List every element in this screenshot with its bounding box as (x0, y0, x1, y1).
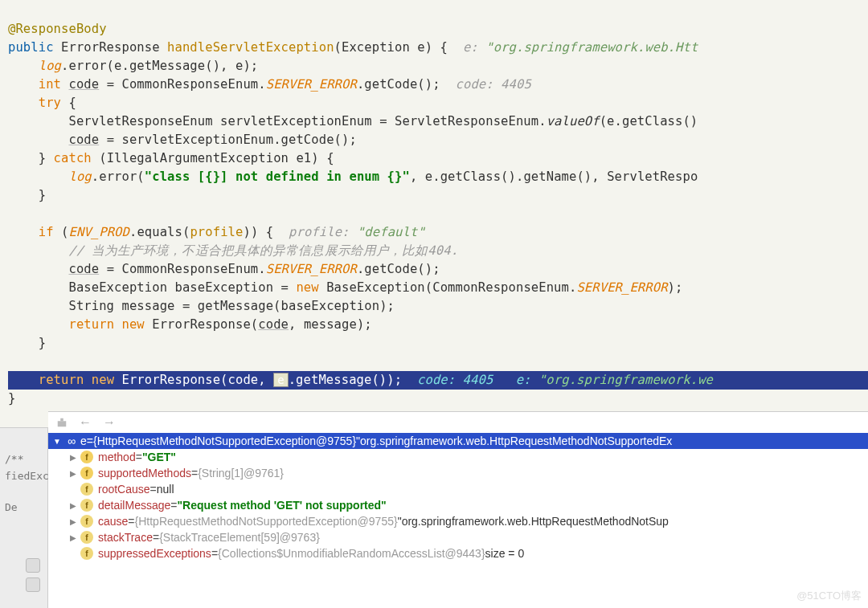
field-icon: f (80, 499, 93, 512)
gutter-icons (26, 558, 40, 592)
annotation: @ResponseBody (8, 22, 107, 36)
method-valueof: valueOf (547, 114, 600, 129)
gutter-text: fiedExc (0, 467, 47, 484)
kw-return: return (68, 317, 114, 332)
editor-gutter: /** fiedExc De (0, 427, 48, 608)
gutter-doc: /** (0, 451, 47, 467)
field-icon: f (80, 467, 93, 479)
svg-rect-1 (60, 418, 63, 422)
kw-new: new (296, 280, 318, 295)
var-name: e (80, 435, 87, 447)
enum-const: SERVER_ERROR (576, 280, 667, 295)
var-row[interactable]: ▶ f detailMessage = "Request method 'GET… (48, 497, 868, 513)
field-icon: f (80, 515, 93, 528)
var-value: {StackTraceElement[59]@9763} (159, 531, 320, 544)
expand-icon[interactable]: ▶ (68, 453, 79, 462)
var-code: code (68, 262, 99, 276)
var-row[interactable]: ▶ f supportedMethods = {String[1]@9761} (48, 465, 868, 481)
var-row-root[interactable]: ▼ ∞ e = {HttpRequestMethodNotSupportedEx… (48, 433, 868, 449)
var-row[interactable]: ▶ f stackTrace = {StackTraceElement[59]@… (48, 529, 868, 545)
new-watch-icon[interactable] (56, 417, 68, 428)
enum-const: SERVER_ERROR (266, 77, 357, 92)
var-e-highlight[interactable]: e (273, 373, 289, 387)
var-value: "org.springframework.web.HttpRequestMeth… (398, 515, 669, 528)
var-value: {String[1]@9761} (198, 467, 284, 479)
field-log: log (39, 59, 61, 73)
code-line: String message = getMessage(baseExceptio… (8, 299, 395, 313)
field-profile: profile (190, 225, 243, 239)
field-icon: f (80, 531, 93, 544)
var-code: code (68, 133, 99, 147)
inline-hint-value: "org.springframework.web.Htt (485, 40, 698, 55)
inline-hint-value: "default" (357, 225, 425, 239)
gutter-icon[interactable] (26, 577, 40, 592)
code-editor[interactable]: @ResponseBody public ErrorResponse handl… (0, 0, 868, 408)
var-code: code (68, 77, 99, 92)
expand-icon[interactable]: ▼ (51, 437, 63, 446)
var-type: {HttpRequestMethodNotSupportedException@… (93, 435, 356, 447)
execution-line[interactable]: return new ErrorResponse(code, e.getMess… (8, 371, 868, 390)
var-value: "GET" (142, 451, 176, 463)
var-name: detailMessage (98, 499, 170, 512)
string-literal: "class [{}] not defined in enum {}" (145, 169, 410, 184)
watermark: @51CTO博客 (796, 589, 862, 603)
expand-icon[interactable]: ▶ (68, 517, 79, 526)
var-name: suppressedExceptions (98, 547, 211, 560)
var-row[interactable]: f suppressedExceptions = {Collections$Un… (48, 545, 868, 561)
method-name: handleServletException (167, 40, 334, 55)
params: (Exception e) { (334, 40, 463, 55)
kw-try: try (39, 96, 61, 110)
gutter-text: De (0, 499, 47, 516)
inline-hint: profile: (289, 225, 357, 239)
field-icon: f (80, 547, 93, 560)
var-value: "Request method 'GET' not supported" (177, 499, 386, 512)
kw-new: new (92, 373, 114, 387)
inline-hint: code: 4405 (417, 373, 493, 387)
var-row[interactable]: f rootCause = null (48, 481, 868, 497)
debug-variables-panel[interactable]: ← → ▼ ∞ e = {HttpRequestMethodNotSupport… (48, 411, 868, 608)
expand-icon[interactable]: ▶ (68, 533, 79, 542)
back-icon[interactable]: ← (79, 415, 92, 430)
inline-hint: "org.springframework.we (538, 373, 713, 387)
kw-if: if (39, 225, 54, 239)
const-env-prod: ENV_PROD (68, 225, 129, 239)
var-row[interactable]: ▶ f method = "GET" (48, 449, 868, 465)
forward-icon[interactable]: → (103, 415, 116, 430)
return-type: ErrorResponse (61, 40, 167, 55)
var-type: {HttpRequestMethodNotSupportedException@… (135, 515, 398, 528)
var-code: code (258, 317, 289, 332)
expand-icon[interactable]: ▶ (68, 501, 79, 510)
var-value: null (157, 483, 174, 496)
expand-icon[interactable]: ▶ (68, 469, 79, 478)
var-name: stackTrace (98, 531, 153, 544)
field-icon: f (80, 451, 93, 463)
svg-rect-0 (58, 421, 67, 426)
variables-tree[interactable]: ▼ ∞ e = {HttpRequestMethodNotSupportedEx… (48, 433, 868, 561)
inline-hint: e: (463, 40, 485, 55)
inline-hint: code: 4405 (456, 77, 531, 92)
var-size: size = 0 (485, 547, 525, 560)
kw-public: public (8, 40, 54, 55)
object-icon: ∞ (68, 435, 76, 447)
var-name: method (98, 451, 136, 463)
field-icon: f (80, 483, 93, 496)
kw-catch: catch (54, 151, 92, 165)
var-name: rootCause (98, 483, 150, 496)
inline-hint: e: (516, 373, 538, 387)
field-log: log (68, 169, 91, 184)
kw-new: new (122, 317, 145, 332)
var-name: cause (98, 515, 128, 528)
var-value: "org.springframework.web.HttpRequestMeth… (356, 435, 672, 447)
var-name: supportedMethods (98, 467, 191, 479)
debug-toolbar: ← → (48, 412, 868, 433)
var-type: {Collections$UnmodifiableRandomAccessLis… (218, 547, 485, 560)
comment: // 当为生产环境，不适合把具体的异常信息展示给用户，比如404. (68, 243, 458, 258)
kw-int: int (39, 77, 61, 92)
gutter-icon[interactable] (26, 558, 40, 573)
kw-return: return (39, 373, 84, 387)
enum-const: SERVER_ERROR (266, 262, 357, 276)
var-row[interactable]: ▶ f cause = {HttpRequestMethodNotSupport… (48, 513, 868, 529)
